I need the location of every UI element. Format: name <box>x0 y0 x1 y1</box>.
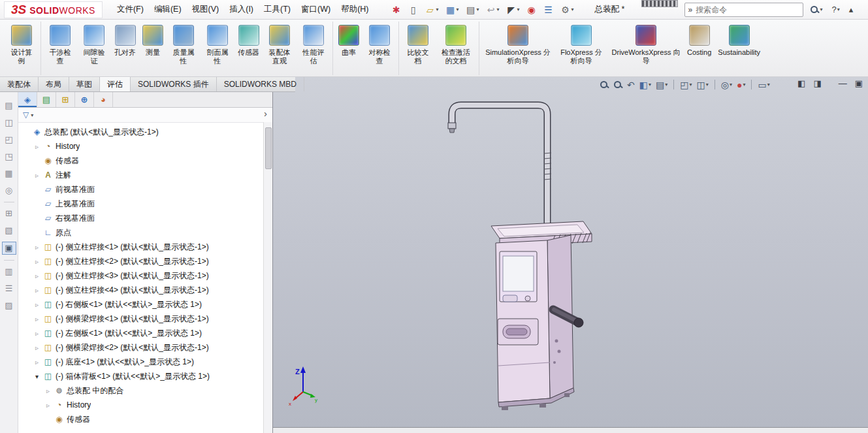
symmetry-check-button[interactable]: 对称检查 <box>362 22 396 67</box>
dock-tool-icon-6[interactable]: ◎ <box>3 185 16 197</box>
section-view-button[interactable]: ◧▾ <box>638 80 652 90</box>
view-settings-button[interactable]: ▭▾ <box>756 80 771 90</box>
search-button[interactable]: ▾ <box>807 4 825 16</box>
featuremanager-tab[interactable]: ◈ <box>18 92 37 107</box>
previous-view-button[interactable]: ↶ <box>626 80 636 90</box>
menu-item[interactable]: 视图(V) <box>187 1 225 18</box>
save-button[interactable]: ▦▾ <box>443 3 462 16</box>
open-file-button[interactable]: ▱▾ <box>423 3 442 16</box>
menu-item[interactable]: 插入(I) <box>224 1 259 18</box>
dock-tool-icon-10[interactable]: ▥ <box>3 266 16 278</box>
tree-item[interactable]: ▹◔History <box>18 398 272 412</box>
tree-item[interactable]: ◈总装配 (默认<默认_显示状态-1>) <box>18 125 272 139</box>
dock-tool-icon-11[interactable]: ☰ <box>3 283 16 295</box>
mass-properties-button[interactable]: 质量属性 <box>167 22 201 67</box>
tree-item[interactable]: ▹⊚总装配 中的配合 <box>18 383 272 398</box>
tree-item[interactable]: ▹◫(-) 侧横梁焊接<2> (默认<默认_显示状态-1>) <box>18 340 272 355</box>
tree-item[interactable]: ▱右视基准面 <box>18 211 272 225</box>
dock-tool-icon-5[interactable]: ▦ <box>3 168 16 180</box>
interference-check-button[interactable]: 干涉检查 <box>43 22 77 67</box>
expand-arrow-icon[interactable]: ▹ <box>33 315 40 323</box>
minimize-window-icon[interactable]: — <box>839 79 847 88</box>
dock-tool-icon-8[interactable]: ▧ <box>3 225 16 236</box>
file-properties-button[interactable]: ☰ <box>541 3 556 16</box>
search-input[interactable] <box>694 5 800 15</box>
tab-addins[interactable]: SOLIDWORKS 插件 <box>131 77 217 91</box>
menu-item[interactable]: 编辑(E) <box>149 1 187 18</box>
expand-arrow-icon[interactable]: ▹ <box>33 244 40 251</box>
assembly-visualization-button[interactable]: 装配体直观 <box>263 22 297 67</box>
configurationmanager-tab[interactable]: ⊞ <box>56 92 75 107</box>
expand-arrow-icon[interactable]: ▹ <box>33 301 40 308</box>
expand-arrow-icon[interactable]: ▹ <box>33 172 40 179</box>
tree-scrollbar[interactable] <box>263 122 272 433</box>
dock-tool-icon-1[interactable]: ▤ <box>3 100 16 112</box>
tree-item[interactable]: ∟原点 <box>18 225 272 240</box>
zoom-fit-button[interactable] <box>598 80 610 90</box>
pane-toggle-left-icon[interactable]: ◧ <box>797 79 805 88</box>
display-style-button[interactable]: ◫▾ <box>695 80 709 90</box>
sustainability-button[interactable]: Sustainability <box>715 22 764 58</box>
rebuild-button[interactable]: ◉ <box>524 3 539 16</box>
tree-item[interactable]: ▹◫(-) 右侧板<1> (默认<<默认>_显示状态 1>) <box>18 297 272 312</box>
propertymanager-tab[interactable]: ▤ <box>37 92 56 107</box>
tree-item[interactable]: ◉传感器 <box>18 153 272 168</box>
tree-item[interactable]: ▹◫(-) 侧立柱焊接<4> (默认<默认_显示状态-1>) <box>18 283 272 297</box>
options-gear-button[interactable]: ⚙▾ <box>558 3 577 16</box>
dimxpertmanager-tab[interactable]: ⊕ <box>75 92 94 107</box>
select-cursor-button[interactable]: ◤▾ <box>504 3 522 16</box>
collapse-toolbar-button[interactable]: ▴ <box>846 3 856 16</box>
tab-sketch[interactable]: 草图 <box>69 77 100 91</box>
scrollbar-thumb[interactable] <box>265 127 272 169</box>
expand-arrow-icon[interactable]: ▾ <box>33 373 40 380</box>
search-scope-icon[interactable]: » <box>688 5 692 14</box>
edit-appearance-button[interactable]: ●▾ <box>735 80 747 90</box>
expand-arrow-icon[interactable]: ▹ <box>33 258 40 265</box>
pin-button[interactable]: ✱ <box>389 3 404 16</box>
dock-tool-icon-9[interactable]: ▣ <box>2 242 16 255</box>
view-orientation-button[interactable]: ◰▾ <box>679 80 693 90</box>
tree-item[interactable]: ▱上视基准面 <box>18 197 272 211</box>
command-search-box[interactable]: » <box>684 3 803 17</box>
hole-alignment-button[interactable]: 孔对齐 <box>111 22 139 58</box>
dock-tool-icon-12[interactable]: ▨ <box>3 300 16 312</box>
filter-funnel-icon[interactable]: ▽ <box>23 110 29 120</box>
dock-tool-icon-4[interactable]: ◳ <box>3 151 16 163</box>
restore-window-icon[interactable]: ▣ <box>855 79 863 88</box>
section-properties-button[interactable]: 剖面属性 <box>201 22 234 67</box>
tab-evaluate[interactable]: 评估 <box>100 77 131 91</box>
sensors-button[interactable]: 传感器 <box>234 22 263 58</box>
check-active-document-button[interactable]: 检查激活的文档 <box>435 22 477 67</box>
curvature-button[interactable]: 曲率 <box>335 22 362 58</box>
undo-button[interactable]: ↩▾ <box>483 3 502 16</box>
expand-arrow-icon[interactable]: ▹ <box>44 402 52 409</box>
menu-item[interactable]: 帮助(H) <box>336 1 374 18</box>
driveworksxpress-wizard-button[interactable]: DriveWorksXpress 向导 <box>608 22 684 67</box>
tree-item[interactable]: ◉传感器 <box>18 412 272 426</box>
expand-arrow-icon[interactable]: ▹ <box>33 344 40 351</box>
tree-item[interactable]: ▹◫(-) 侧立柱焊接<2> (默认<默认_显示状态-1>) <box>18 254 272 268</box>
menu-item[interactable]: 文件(F) <box>112 1 149 18</box>
tree-item[interactable]: ▾◫(-) 箱体背板<1> (默认<<默认>_显示状态 1>) <box>18 369 272 383</box>
expand-arrow-icon[interactable]: ▹ <box>44 387 52 394</box>
menu-item[interactable]: 工具(T) <box>259 1 296 18</box>
dock-tool-icon-2[interactable]: ◫ <box>3 117 16 129</box>
new-document-button[interactable]: ▯ <box>406 3 421 16</box>
clearance-verify-button[interactable]: 间隙验证 <box>77 22 111 67</box>
zoom-area-button[interactable] <box>612 80 624 90</box>
tab-assembly[interactable]: 装配体 <box>0 77 39 91</box>
expand-arrow-icon[interactable]: ▹ <box>33 359 40 366</box>
dock-tool-icon-3[interactable]: ◰ <box>3 134 16 146</box>
tree-item[interactable]: ▹A注解 <box>18 168 272 182</box>
expand-arrow-icon[interactable]: ▹ <box>33 330 40 337</box>
simulationxpress-wizard-button[interactable]: SimulationXpress 分析向导 <box>481 22 555 67</box>
tree-item[interactable]: ▹◫(-) 侧横梁焊接<1> (默认<默认_显示状态-1>) <box>18 312 272 326</box>
tab-layout[interactable]: 布局 <box>39 77 69 91</box>
dock-tool-icon-7[interactable]: ⊞ <box>3 208 16 219</box>
compare-documents-button[interactable]: 比较文档 <box>401 22 435 67</box>
expand-arrow-icon[interactable]: ▹ <box>33 143 40 150</box>
expand-arrow-icon[interactable]: ▹ <box>33 272 40 280</box>
tree-item[interactable]: ▹◫(-) 侧立柱焊接<1> (默认<默认_显示状态-1>) <box>18 240 272 254</box>
displaymanager-tab[interactable]: ◕ <box>94 92 113 107</box>
tree-item[interactable]: ▹◫(-) 左侧板<1> (默认<<默认>_显示状态 1>) <box>18 326 272 340</box>
